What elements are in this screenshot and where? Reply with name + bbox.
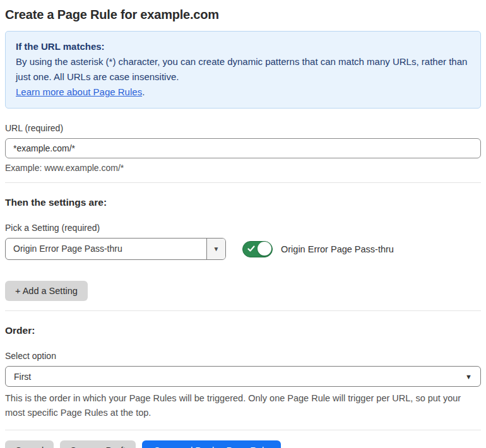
link-suffix: .: [142, 86, 145, 97]
setting-select[interactable]: Origin Error Page Pass-thru ▼: [5, 238, 226, 260]
footer-actions: Cancel Save as Draft Save and Deploy Pag…: [5, 440, 481, 448]
setting-toggle-label: Origin Error Page Pass-thru: [281, 244, 394, 254]
toggle-knob: [258, 242, 271, 256]
dropdown-arrow-icon: ▼: [465, 373, 472, 380]
setting-row: Origin Error Page Pass-thru ▼ Origin Err…: [5, 238, 481, 260]
divider: [5, 430, 481, 430]
pick-setting-label: Pick a Setting (required): [5, 223, 481, 233]
info-box-body: By using the asterisk (*) character, you…: [16, 54, 470, 85]
settings-section-heading: Then the settings are:: [5, 197, 481, 208]
page-title: Create a Page Rule for example.com: [5, 8, 481, 22]
cancel-button[interactable]: Cancel: [5, 440, 54, 448]
setting-select-value: Origin Error Page Pass-thru: [6, 239, 206, 259]
divider: [5, 310, 481, 311]
dropdown-arrow-icon: ▼: [206, 239, 225, 259]
url-label: URL (required): [5, 123, 481, 133]
check-icon: [247, 245, 255, 252]
setting-toggle[interactable]: [242, 241, 273, 257]
url-match-info-box: If the URL matches: By using the asteris…: [5, 31, 481, 109]
learn-more-link[interactable]: Learn more about Page Rules: [16, 86, 142, 97]
divider: [5, 182, 481, 183]
info-box-heading: If the URL matches:: [16, 39, 470, 54]
add-setting-button[interactable]: + Add a Setting: [5, 281, 88, 301]
order-select[interactable]: First ▼: [5, 366, 481, 387]
info-box-link-line: Learn more about Page Rules.: [16, 85, 470, 100]
order-select-value: First: [14, 372, 31, 382]
order-section-heading: Order:: [5, 325, 481, 336]
save-and-deploy-button[interactable]: Save and Deploy Page Rule: [142, 440, 281, 448]
order-select-label: Select option: [5, 351, 481, 361]
url-input[interactable]: [5, 138, 481, 158]
url-helper-text: Example: www.example.com/*: [5, 163, 481, 173]
order-description: This is the order in which your Page Rul…: [5, 391, 481, 420]
create-page-rule-form: Create a Page Rule for example.com If th…: [0, 0, 486, 448]
save-as-draft-button[interactable]: Save as Draft: [60, 440, 136, 448]
